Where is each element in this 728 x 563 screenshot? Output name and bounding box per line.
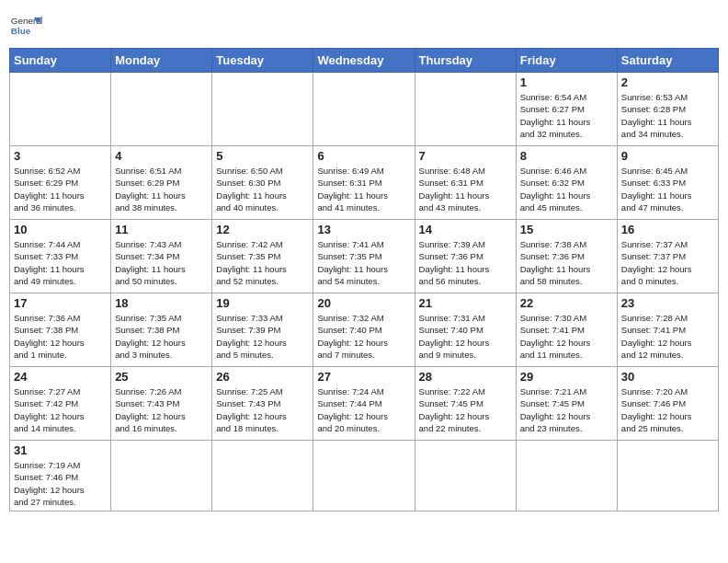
calendar-day-14: 14Sunrise: 7:39 AM Sunset: 7:36 PM Dayli… (415, 220, 516, 293)
calendar-week-row: 24Sunrise: 7:27 AM Sunset: 7:42 PM Dayli… (10, 367, 719, 441)
calendar-day-13: 13Sunrise: 7:41 AM Sunset: 7:35 PM Dayli… (313, 220, 415, 293)
day-number: 31 (14, 443, 107, 457)
day-number: 26 (216, 370, 309, 384)
day-number: 14 (419, 223, 512, 236)
day-info: Sunrise: 7:27 AM Sunset: 7:42 PM Dayligh… (14, 385, 107, 434)
day-info: Sunrise: 7:35 AM Sunset: 7:38 PM Dayligh… (115, 312, 208, 361)
day-number: 21 (419, 296, 512, 310)
day-info: Sunrise: 7:30 AM Sunset: 7:41 PM Dayligh… (520, 312, 613, 361)
calendar-day-26: 26Sunrise: 7:25 AM Sunset: 7:43 PM Dayli… (212, 367, 313, 441)
day-number: 30 (621, 370, 714, 384)
day-number: 13 (317, 223, 410, 236)
calendar-day-empty (516, 441, 617, 511)
calendar-day-empty (111, 73, 212, 146)
calendar-day-empty (415, 441, 516, 511)
svg-text:Blue: Blue (11, 26, 31, 36)
calendar-table: SundayMondayTuesdayWednesdayThursdayFrid… (9, 48, 719, 511)
day-info: Sunrise: 7:42 AM Sunset: 7:35 PM Dayligh… (216, 238, 309, 287)
calendar-day-30: 30Sunrise: 7:20 AM Sunset: 7:46 PM Dayli… (617, 367, 718, 441)
calendar-day-25: 25Sunrise: 7:26 AM Sunset: 7:43 PM Dayli… (111, 367, 212, 441)
header: General Blue (9, 9, 719, 42)
day-number: 29 (520, 370, 613, 384)
weekday-header-wednesday: Wednesday (313, 49, 415, 73)
day-info: Sunrise: 7:24 AM Sunset: 7:44 PM Dayligh… (317, 385, 410, 434)
day-info: Sunrise: 7:21 AM Sunset: 7:45 PM Dayligh… (520, 385, 613, 434)
day-number: 19 (216, 296, 309, 310)
day-info: Sunrise: 7:22 AM Sunset: 7:45 PM Dayligh… (419, 385, 512, 434)
day-info: Sunrise: 7:41 AM Sunset: 7:35 PM Dayligh… (317, 238, 410, 287)
calendar-day-1: 1Sunrise: 6:54 AM Sunset: 6:27 PM Daylig… (516, 73, 617, 146)
day-info: Sunrise: 7:28 AM Sunset: 7:41 PM Dayligh… (621, 312, 714, 361)
day-number: 4 (115, 149, 208, 163)
calendar-day-empty (212, 73, 313, 146)
calendar-day-19: 19Sunrise: 7:33 AM Sunset: 7:39 PM Dayli… (212, 293, 313, 367)
weekday-header-friday: Friday (516, 49, 617, 73)
calendar-day-24: 24Sunrise: 7:27 AM Sunset: 7:42 PM Dayli… (10, 367, 111, 441)
calendar-day-11: 11Sunrise: 7:43 AM Sunset: 7:34 PM Dayli… (111, 220, 212, 293)
calendar-day-29: 29Sunrise: 7:21 AM Sunset: 7:45 PM Dayli… (516, 367, 617, 441)
calendar-day-empty (111, 441, 212, 511)
day-info: Sunrise: 7:39 AM Sunset: 7:36 PM Dayligh… (419, 238, 512, 287)
calendar-day-empty (10, 73, 111, 146)
calendar-day-empty (313, 441, 415, 511)
calendar-week-row: 10Sunrise: 7:44 AM Sunset: 7:33 PM Dayli… (10, 220, 719, 293)
day-info: Sunrise: 6:48 AM Sunset: 6:31 PM Dayligh… (419, 165, 512, 213)
day-info: Sunrise: 7:37 AM Sunset: 7:37 PM Dayligh… (621, 238, 714, 287)
day-info: Sunrise: 6:51 AM Sunset: 6:29 PM Dayligh… (115, 165, 208, 213)
day-number: 15 (520, 223, 613, 236)
day-number: 2 (621, 75, 714, 89)
generalblue-logo-icon: General Blue (9, 9, 42, 42)
day-number: 20 (317, 296, 410, 310)
calendar-day-18: 18Sunrise: 7:35 AM Sunset: 7:38 PM Dayli… (111, 293, 212, 367)
day-number: 5 (216, 149, 309, 163)
calendar-day-10: 10Sunrise: 7:44 AM Sunset: 7:33 PM Dayli… (10, 220, 111, 293)
day-info: Sunrise: 7:20 AM Sunset: 7:46 PM Dayligh… (621, 385, 714, 434)
day-number: 27 (317, 370, 410, 384)
calendar-day-8: 8Sunrise: 6:46 AM Sunset: 6:32 PM Daylig… (516, 146, 617, 220)
calendar-day-5: 5Sunrise: 6:50 AM Sunset: 6:30 PM Daylig… (212, 146, 313, 220)
day-info: Sunrise: 7:25 AM Sunset: 7:43 PM Dayligh… (216, 385, 309, 434)
calendar-day-empty (415, 73, 516, 146)
calendar-day-23: 23Sunrise: 7:28 AM Sunset: 7:41 PM Dayli… (617, 293, 718, 367)
day-number: 1 (520, 75, 613, 89)
day-info: Sunrise: 7:32 AM Sunset: 7:40 PM Dayligh… (317, 312, 410, 361)
day-number: 16 (621, 223, 714, 236)
calendar-day-15: 15Sunrise: 7:38 AM Sunset: 7:36 PM Dayli… (516, 220, 617, 293)
day-info: Sunrise: 6:46 AM Sunset: 6:32 PM Dayligh… (520, 165, 613, 213)
calendar-week-row: 31Sunrise: 7:19 AM Sunset: 7:46 PM Dayli… (10, 441, 719, 511)
day-number: 23 (621, 296, 714, 310)
day-number: 17 (14, 296, 107, 310)
weekday-header-sunday: Sunday (10, 49, 111, 73)
logo: General Blue (9, 9, 42, 42)
day-info: Sunrise: 7:36 AM Sunset: 7:38 PM Dayligh… (14, 312, 107, 361)
day-number: 8 (520, 149, 613, 163)
calendar-day-7: 7Sunrise: 6:48 AM Sunset: 6:31 PM Daylig… (415, 146, 516, 220)
day-info: Sunrise: 6:54 AM Sunset: 6:27 PM Dayligh… (520, 91, 613, 140)
calendar-day-27: 27Sunrise: 7:24 AM Sunset: 7:44 PM Dayli… (313, 367, 415, 441)
day-info: Sunrise: 7:38 AM Sunset: 7:36 PM Dayligh… (520, 238, 613, 287)
day-number: 6 (317, 149, 410, 163)
day-info: Sunrise: 7:44 AM Sunset: 7:33 PM Dayligh… (14, 238, 107, 287)
weekday-header-saturday: Saturday (617, 49, 718, 73)
day-info: Sunrise: 6:52 AM Sunset: 6:29 PM Dayligh… (14, 165, 107, 213)
day-info: Sunrise: 7:26 AM Sunset: 7:43 PM Dayligh… (115, 385, 208, 434)
day-number: 22 (520, 296, 613, 310)
day-number: 11 (115, 223, 208, 236)
calendar-day-31: 31Sunrise: 7:19 AM Sunset: 7:46 PM Dayli… (10, 441, 111, 511)
day-info: Sunrise: 6:45 AM Sunset: 6:33 PM Dayligh… (621, 165, 714, 213)
calendar-day-empty (212, 441, 313, 511)
day-number: 7 (419, 149, 512, 163)
calendar-day-17: 17Sunrise: 7:36 AM Sunset: 7:38 PM Dayli… (10, 293, 111, 367)
day-number: 10 (14, 223, 107, 236)
calendar-day-empty (617, 441, 718, 511)
day-number: 28 (419, 370, 512, 384)
day-number: 25 (115, 370, 208, 384)
calendar-week-row: 17Sunrise: 7:36 AM Sunset: 7:38 PM Dayli… (10, 293, 719, 367)
day-info: Sunrise: 6:50 AM Sunset: 6:30 PM Dayligh… (216, 165, 309, 213)
day-info: Sunrise: 6:49 AM Sunset: 6:31 PM Dayligh… (317, 165, 410, 213)
calendar-day-16: 16Sunrise: 7:37 AM Sunset: 7:37 PM Dayli… (617, 220, 718, 293)
weekday-header-monday: Monday (111, 49, 212, 73)
weekday-header-tuesday: Tuesday (212, 49, 313, 73)
calendar-day-6: 6Sunrise: 6:49 AM Sunset: 6:31 PM Daylig… (313, 146, 415, 220)
day-number: 9 (621, 149, 714, 163)
